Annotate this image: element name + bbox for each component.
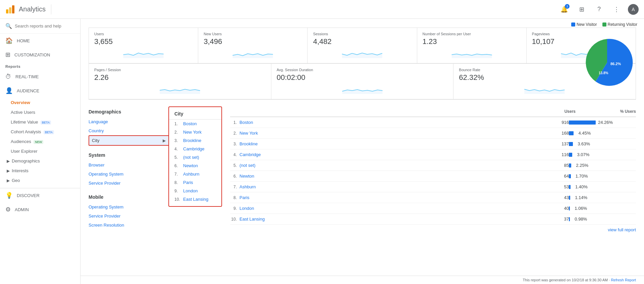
city-row-2[interactable]: 2.New York <box>169 128 221 136</box>
demo-nav-service-provider[interactable]: Service Provider <box>89 179 169 188</box>
sidebar-item-realtime[interactable]: ⏱ REAL-TIME <box>0 70 80 84</box>
pie-chart: 86.2% 13.8% <box>580 36 634 89</box>
metric-avg-session: Avg. Session Duration 00:02:00 <box>271 64 454 99</box>
avatar[interactable]: A <box>628 4 639 15</box>
sidebar-item-audience[interactable]: 👤 AUDIENCE <box>0 84 80 98</box>
row-bar <box>569 142 573 146</box>
table-row-8: 8. Paris 43 1.14% <box>230 192 636 203</box>
audiences-new-badge: NEW <box>34 140 43 144</box>
grid-button[interactable]: ⊞ <box>576 3 588 15</box>
city-name: New York <box>183 130 202 135</box>
sidebar-sub-overview[interactable]: Overview <box>0 98 80 107</box>
svg-rect-1 <box>9 7 11 13</box>
demographics-expand-icon: ▶ <box>7 159 10 163</box>
view-full-report[interactable]: view full report <box>230 227 636 232</box>
row-city-name[interactable]: Boston <box>239 120 549 125</box>
city-row-4[interactable]: 4.Cambridge <box>169 145 221 153</box>
search-bar: 🔍 <box>0 19 80 34</box>
row-bar-cell: 3.07% <box>569 152 636 157</box>
metric-sessions: Sessions 4,482 <box>308 28 417 63</box>
row-city-name[interactable]: Brookline <box>239 141 549 146</box>
row-pct-value: 2.25% <box>573 163 588 168</box>
metric-sessions-per-user-value: 1.23 <box>423 37 521 46</box>
city-row-8[interactable]: 8.Paris <box>169 178 221 187</box>
help-button[interactable]: ? <box>593 3 605 15</box>
row-bar <box>569 217 570 221</box>
col-pct-users-header: % Users <box>596 109 636 114</box>
sidebar-item-admin[interactable]: ⚙ ADMIN <box>0 202 80 217</box>
table-row-4: 4. Cambridge 116 3.07% <box>230 149 636 160</box>
city-dropdown-header: City <box>169 110 221 120</box>
demographics-nav: Demographics Language Country City ▶ Sys… <box>89 106 169 234</box>
sidebar-section-geo[interactable]: ▶ Geo <box>0 176 80 185</box>
metric-sessions-per-user-sparkline <box>423 48 521 58</box>
demo-nav-city[interactable]: City ▶ <box>89 135 169 146</box>
row-users-count: 168 <box>549 131 569 136</box>
view-full-report-link[interactable]: view full report <box>608 227 636 232</box>
notification-button[interactable]: 🔔 3 <box>558 3 570 15</box>
legend: New Visitor Returning Visitor <box>571 22 637 27</box>
row-city-name[interactable]: Ashburn <box>239 184 549 189</box>
search-input[interactable] <box>15 23 75 29</box>
city-row-7[interactable]: 7.Ashburn <box>169 170 221 178</box>
row-city-name[interactable]: Cambridge <box>239 152 549 157</box>
city-row-9[interactable]: 9.London <box>169 187 221 195</box>
demo-nav-language[interactable]: Language <box>89 117 169 126</box>
sidebar-item-customization[interactable]: ⊞ CUSTOMIZATION <box>0 48 80 62</box>
row-city-name[interactable]: London <box>239 206 549 211</box>
legend-returning-visitor: Returning Visitor <box>602 22 638 27</box>
row-pct-value: 24.26% <box>598 120 613 125</box>
content-row: Demographics Language Country City ▶ Sys… <box>89 106 636 234</box>
sidebar-sub-audiences[interactable]: Audiences NEW <box>0 137 80 146</box>
city-name: Boston <box>183 121 197 126</box>
demo-nav-country[interactable]: Country <box>89 126 169 135</box>
demo-nav-screen-res[interactable]: Screen Resolution <box>89 221 169 230</box>
city-row-3[interactable]: 3.Brookline <box>169 136 221 145</box>
row-city-name[interactable]: East Lansing <box>239 217 549 222</box>
city-row-6[interactable]: 6.Newton <box>169 161 221 170</box>
more-button[interactable]: ⋮ <box>610 3 623 15</box>
row-users-count: 37 <box>549 217 569 222</box>
metrics-grid: Users 3,655 New Users 3,496 Sessions 4,4… <box>89 28 636 64</box>
metric-new-users-sparkline <box>204 48 302 58</box>
row-rank: 9. <box>230 206 237 211</box>
sidebar-sub-cohort-analysis[interactable]: Cohort Analysis BETA <box>0 127 80 137</box>
city-row-5[interactable]: 5.(not set) <box>169 153 221 161</box>
row-city-name[interactable]: New York <box>239 131 549 136</box>
sidebar-item-discover[interactable]: 💡 DISCOVER <box>0 188 80 202</box>
data-table: Users % Users 1. Boston 916 24.26% 2. Ne… <box>230 106 636 232</box>
sidebar-item-home[interactable]: 🏠 HOME <box>0 34 80 48</box>
sidebar-section-interests[interactable]: ▶ Interests <box>0 166 80 176</box>
demo-nav-mob-service[interactable]: Service Provider <box>89 211 169 221</box>
sidebar-realtime-label: REAL-TIME <box>15 74 39 79</box>
metric-new-users-label: New Users <box>204 32 302 36</box>
demo-nav-os[interactable]: Operating System <box>89 170 169 179</box>
refresh-report-link[interactable]: Refresh Report <box>611 278 636 282</box>
sidebar-sub-lifetime-value[interactable]: Lifetime Value BETA <box>0 117 80 127</box>
pie-returning-pct-label: 13.8% <box>599 71 608 75</box>
row-city-name[interactable]: Newton <box>239 174 549 179</box>
row-bar-cell: 0.98% <box>569 217 636 222</box>
sidebar-sub-user-explorer[interactable]: User Explorer <box>0 146 80 156</box>
sidebar-sub-active-users[interactable]: Active Users <box>0 107 80 117</box>
row-city-name[interactable]: (not set) <box>239 163 549 168</box>
row-rank: 4. <box>230 152 237 157</box>
lifetime-value-beta-badge: BETA <box>41 121 51 125</box>
geo-expand-icon: ▶ <box>7 178 10 183</box>
city-name: Newton <box>183 163 198 168</box>
table-row-3: 3. Brookline 137 3.63% <box>230 139 636 149</box>
city-row-10[interactable]: 10.East Lansing <box>169 195 221 203</box>
demo-nav-mob-os[interactable]: Operating System <box>89 202 169 211</box>
row-city-name[interactable]: Paris <box>239 195 549 200</box>
sidebar-section-demographics[interactable]: ▶ Demographics <box>0 156 80 166</box>
metric-pages-session-label: Pages / Session <box>94 68 266 72</box>
row-rank: 7. <box>230 185 237 189</box>
metrics-grid-2: Pages / Session 2.26 Avg. Session Durati… <box>89 64 636 100</box>
row-pct-value: 1.14% <box>572 195 587 200</box>
svg-marker-10 <box>525 89 565 94</box>
sidebar-bottom: 💡 DISCOVER ⚙ ADMIN <box>0 188 80 217</box>
city-name: London <box>183 188 198 193</box>
city-row-1[interactable]: 1.Boston <box>169 120 221 128</box>
demo-nav-browser[interactable]: Browser <box>89 160 169 170</box>
metric-sessions-label: Sessions <box>313 32 411 36</box>
